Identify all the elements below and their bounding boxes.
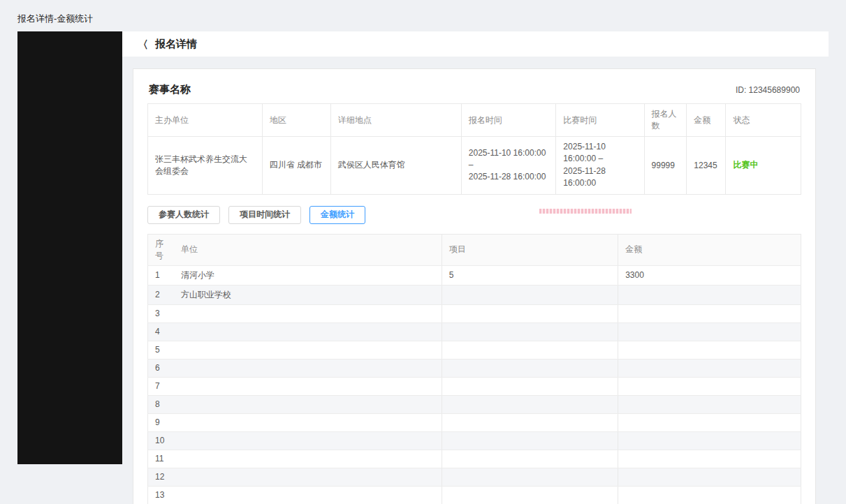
table-row: 5 <box>148 341 801 359</box>
index-cell: 13 <box>148 486 174 504</box>
event-id: ID: 12345689900 <box>736 85 800 95</box>
table-row: 3 <box>148 304 801 323</box>
index-cell: 3 <box>148 304 174 323</box>
amount-cell <box>618 486 801 504</box>
tab-amount-stats[interactable]: 金额统计 <box>309 206 365 224</box>
address-cell: 武侯区人民体育馆 <box>330 137 461 195</box>
col-signup-time: 报名时间 <box>461 104 556 137</box>
detail-header: 〈 报名详情 <box>122 31 829 57</box>
project-cell <box>442 323 618 341</box>
unit-cell: 方山职业学校 <box>174 285 442 304</box>
project-cell <box>442 413 618 431</box>
col-status: 状态 <box>726 104 801 137</box>
col-index: 序号 <box>148 234 174 265</box>
index-cell: 12 <box>148 468 174 486</box>
signup-count-cell: 99999 <box>644 137 687 195</box>
project-cell <box>442 377 618 395</box>
signup-time-cell: 2025-11-10 16:00:00 – 2025-11-28 16:00:0… <box>461 137 556 195</box>
col-address: 详细地点 <box>330 104 461 137</box>
amount-cell: 3300 <box>618 265 801 285</box>
stats-header-row: 序号 单位 项目 金额 <box>148 234 801 265</box>
table-row: 8 <box>148 395 801 413</box>
unit-cell <box>174 395 442 413</box>
project-cell <box>442 486 618 504</box>
event-table: 主办单位 地区 详细地点 报名时间 比赛时间 报名人数 金额 状态 张三丰杯武术… <box>147 103 801 195</box>
amount-cell <box>618 359 801 377</box>
table-row: 7 <box>148 377 801 395</box>
tab-participant-stats[interactable]: 参赛人数统计 <box>147 206 220 224</box>
index-cell: 1 <box>148 265 174 285</box>
section-title: 赛事名称 <box>149 83 191 96</box>
event-section-header: 赛事名称 ID: 12345689900 <box>147 80 801 103</box>
unit-cell <box>174 431 442 450</box>
index-cell: 11 <box>148 450 174 468</box>
match-time-cell: 2025-11-10 16:00:00 – 2025-11-28 16:00:0… <box>556 137 644 195</box>
sidebar <box>17 31 122 464</box>
page-title: 报名详情-金额统计 <box>17 13 93 25</box>
unit-cell <box>174 450 442 468</box>
back-icon[interactable]: 〈 <box>138 39 148 50</box>
event-row: 张三丰杯武术养生交流大会组委会 四川省 成都市 武侯区人民体育馆 2025-11… <box>148 137 801 195</box>
stats-tabs: 参赛人数统计 项目时间统计 金额统计 <box>147 206 801 224</box>
status-badge: 比赛中 <box>726 137 801 195</box>
table-row: 10 <box>148 431 801 450</box>
table-row: 11 <box>148 450 801 468</box>
amount-cell <box>618 450 801 468</box>
unit-cell <box>174 468 442 486</box>
amount-cell <box>618 377 801 395</box>
project-cell <box>442 304 618 323</box>
region-cell: 四川省 成都市 <box>262 137 330 195</box>
amount-stats-table: 序号 单位 项目 金额 1 清河小学 5 3300 2 方山职业学校 <box>147 234 801 504</box>
table-row: 9 <box>148 413 801 431</box>
table-row: 13 <box>148 486 801 504</box>
project-cell <box>442 341 618 359</box>
amount-cell <box>618 304 801 323</box>
index-cell: 6 <box>148 359 174 377</box>
event-header-row: 主办单位 地区 详细地点 报名时间 比赛时间 报名人数 金额 状态 <box>148 104 801 137</box>
amount-cell <box>618 341 801 359</box>
index-cell: 2 <box>148 285 174 304</box>
detail-card: 赛事名称 ID: 12345689900 主办单位 地区 详细地点 报名时间 比… <box>133 68 816 504</box>
amount-cell: 12345 <box>687 137 726 195</box>
amount-cell <box>618 468 801 486</box>
table-row: 2 方山职业学校 <box>148 285 801 304</box>
unit-cell <box>174 304 442 323</box>
tab-project-time-stats[interactable]: 项目时间统计 <box>228 206 301 224</box>
col-region: 地区 <box>262 104 330 137</box>
project-cell <box>442 431 618 450</box>
project-cell <box>442 468 618 486</box>
unit-cell <box>174 323 442 341</box>
index-cell: 4 <box>148 323 174 341</box>
project-cell <box>442 285 618 304</box>
index-cell: 9 <box>148 413 174 431</box>
index-cell: 10 <box>148 431 174 450</box>
col-amount: 金额 <box>618 234 801 265</box>
col-unit: 单位 <box>174 234 442 265</box>
col-project: 项目 <box>442 234 618 265</box>
unit-cell: 清河小学 <box>174 265 442 285</box>
project-cell <box>442 450 618 468</box>
unit-cell <box>174 359 442 377</box>
unit-cell <box>174 486 442 504</box>
amount-cell <box>618 395 801 413</box>
amount-cell <box>618 413 801 431</box>
amount-cell <box>618 323 801 341</box>
amount-cell <box>618 431 801 450</box>
col-signup-count: 报名人数 <box>644 104 687 137</box>
project-cell: 5 <box>442 265 618 285</box>
header-title: 报名详情 <box>155 38 197 51</box>
unit-cell <box>174 413 442 431</box>
index-cell: 7 <box>148 377 174 395</box>
project-cell <box>442 395 618 413</box>
table-row: 4 <box>148 323 801 341</box>
organizer-cell: 张三丰杯武术养生交流大会组委会 <box>148 137 263 195</box>
amount-cell <box>618 285 801 304</box>
table-row: 1 清河小学 5 3300 <box>148 265 801 285</box>
unit-cell <box>174 377 442 395</box>
col-match-time: 比赛时间 <box>556 104 644 137</box>
table-row: 6 <box>148 359 801 377</box>
index-cell: 8 <box>148 395 174 413</box>
col-organizer: 主办单位 <box>148 104 263 137</box>
table-row: 12 <box>148 468 801 486</box>
index-cell: 5 <box>148 341 174 359</box>
